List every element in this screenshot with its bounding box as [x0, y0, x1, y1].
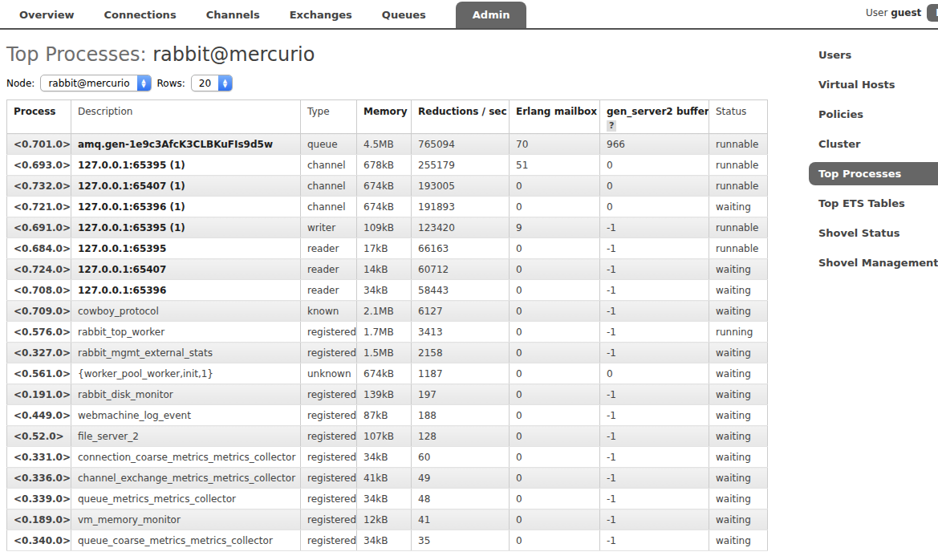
- sidebar-item-top-ets-tables[interactable]: Top ETS Tables: [809, 192, 938, 215]
- memory-cell: 34kB: [357, 447, 412, 468]
- mailbox-cell: 0: [510, 238, 600, 259]
- reductions-cell: 66163: [412, 238, 510, 259]
- description-link[interactable]: 127.0.0.1:65395 (1): [78, 160, 185, 171]
- mailbox-cell: 0: [510, 384, 600, 405]
- status-cell: waiting: [709, 405, 768, 426]
- sidebar-item-cluster[interactable]: Cluster: [809, 132, 938, 156]
- type-cell: queue: [301, 134, 357, 155]
- process-cell: <0.191.0>: [7, 384, 71, 405]
- column-header-reductions-sec[interactable]: Reductions / sec: [412, 100, 510, 134]
- reductions-cell: 35: [412, 530, 510, 551]
- table-row: <0.693.0>127.0.0.1:65395 (1)channel678kB…: [7, 155, 768, 176]
- sidebar-item-virtual-hosts[interactable]: Virtual Hosts: [809, 73, 938, 96]
- node-select[interactable]: rabbit@mercurio ▲▼: [40, 75, 151, 91]
- table-row: <0.732.0>127.0.0.1:65407 (1)channel674kB…: [7, 176, 768, 197]
- process-cell: <0.561.0>: [7, 363, 71, 384]
- column-header-label: Description: [78, 106, 132, 117]
- column-header-label: Reductions / sec: [418, 106, 507, 117]
- description-link[interactable]: amq.gen-1e9c3AfcK3CLBKuFIs9d5w: [78, 139, 273, 150]
- mailbox-cell: 0: [510, 322, 600, 343]
- logout-button[interactable]: Log out: [927, 4, 938, 22]
- column-header-erlang-mailbox[interactable]: Erlang mailbox: [510, 100, 600, 134]
- rows-label: Rows:: [157, 78, 185, 89]
- status-cell: waiting: [709, 447, 768, 468]
- mailbox-cell: 0: [510, 343, 600, 363]
- type-cell: channel: [301, 155, 357, 176]
- buffer-cell: -1: [600, 280, 709, 301]
- memory-cell: 34kB: [357, 489, 412, 509]
- sidebar-item-users[interactable]: Users: [809, 43, 938, 67]
- memory-cell: 14kB: [357, 259, 412, 280]
- tab-admin[interactable]: Admin: [456, 2, 527, 28]
- type-cell: known: [301, 301, 357, 322]
- tab-overview[interactable]: Overview: [19, 2, 75, 28]
- status-cell: runnable: [709, 217, 768, 238]
- buffer-cell: 0: [600, 197, 709, 217]
- table-row: <0.191.0>rabbit_disk_monitorregistered13…: [7, 384, 768, 405]
- sidebar-item-shovel-status[interactable]: Shovel Status: [809, 221, 938, 245]
- sidebar-item-policies[interactable]: Policies: [809, 103, 938, 126]
- process-cell: <0.724.0>: [7, 259, 71, 280]
- description-cell: amq.gen-1e9c3AfcK3CLBKuFIs9d5w: [71, 134, 301, 155]
- process-cell: <0.684.0>: [7, 238, 71, 259]
- buffer-cell: 966: [600, 134, 709, 155]
- select-stepper-icon: ▲▼: [218, 75, 232, 91]
- process-cell: <0.701.0>: [7, 134, 71, 155]
- description-link[interactable]: 127.0.0.1:65396: [78, 285, 166, 296]
- reductions-cell: 60: [412, 447, 510, 468]
- user-box: User guest Log out: [866, 4, 938, 22]
- sidebar-item-top-processes[interactable]: Top Processes: [809, 162, 938, 185]
- mailbox-cell: 0: [510, 259, 600, 280]
- buffer-cell: 0: [600, 363, 709, 384]
- column-header-process[interactable]: Process: [7, 100, 71, 134]
- description-link[interactable]: 127.0.0.1:65407: [78, 264, 166, 275]
- description-cell: 127.0.0.1:65395 (1): [71, 217, 301, 238]
- column-header-gen-server2-buffer[interactable]: gen_server2 buffer?: [600, 100, 709, 134]
- main-content: Top Processes: rabbit@mercurio Node: rab…: [0, 43, 938, 551]
- tab-channels[interactable]: Channels: [206, 2, 260, 28]
- status-cell: waiting: [709, 363, 768, 384]
- description-link[interactable]: 127.0.0.1:65407 (1): [78, 181, 185, 192]
- column-header-label: Type: [307, 106, 330, 117]
- description-cell: 127.0.0.1:65395: [71, 238, 301, 259]
- page-title-node: rabbit@mercurio: [152, 43, 315, 66]
- buffer-cell: -1: [600, 384, 709, 405]
- help-icon[interactable]: ?: [607, 120, 616, 132]
- table-row: <0.52.0>file_server_2registered107kB1280…: [7, 426, 768, 447]
- table-row: <0.691.0>127.0.0.1:65395 (1)writer109kB1…: [7, 217, 768, 238]
- mailbox-cell: 0: [510, 530, 600, 551]
- type-cell: channel: [301, 197, 357, 217]
- reductions-cell: 123420: [412, 217, 510, 238]
- tab-queues[interactable]: Queues: [382, 2, 426, 28]
- reductions-cell: 193005: [412, 176, 510, 197]
- description-link[interactable]: 127.0.0.1:65396 (1): [78, 201, 185, 213]
- reductions-cell: 48: [412, 489, 510, 509]
- mailbox-cell: 0: [510, 363, 600, 384]
- description-cell: rabbit_mgmt_external_stats: [71, 343, 301, 363]
- buffer-cell: 0: [600, 176, 709, 197]
- status-cell: waiting: [709, 343, 768, 363]
- type-cell: registered: [301, 447, 357, 468]
- buffer-cell: -1: [600, 301, 709, 322]
- status-cell: waiting: [709, 530, 768, 551]
- sidebar-item-shovel-management[interactable]: Shovel Management: [809, 251, 938, 274]
- tab-exchanges[interactable]: Exchanges: [290, 2, 352, 28]
- description-link[interactable]: 127.0.0.1:65395: [78, 243, 166, 254]
- user-name: guest: [891, 7, 921, 18]
- buffer-cell: -1: [600, 468, 709, 489]
- tab-connections[interactable]: Connections: [104, 2, 177, 28]
- status-cell: waiting: [709, 197, 768, 217]
- column-header-label: Status: [716, 106, 746, 117]
- column-header-type: Type: [301, 100, 357, 134]
- rows-select[interactable]: 20 ▲▼: [191, 75, 233, 91]
- status-cell: waiting: [709, 489, 768, 509]
- description-link[interactable]: 127.0.0.1:65395 (1): [78, 222, 185, 233]
- column-header-status: Status: [709, 100, 768, 134]
- reductions-cell: 188: [412, 405, 510, 426]
- reductions-cell: 58443: [412, 280, 510, 301]
- status-cell: runnable: [709, 155, 768, 176]
- type-cell: channel: [301, 176, 357, 197]
- type-cell: writer: [301, 217, 357, 238]
- column-header-memory[interactable]: Memory: [357, 100, 412, 134]
- description-cell: queue_metrics_metrics_collector: [71, 489, 301, 509]
